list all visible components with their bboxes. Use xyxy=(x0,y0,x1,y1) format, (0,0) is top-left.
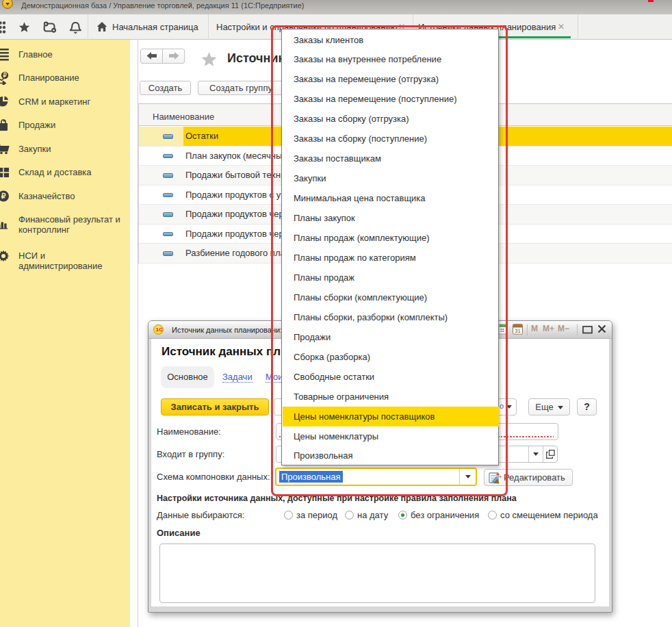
svg-text:31: 31 xyxy=(515,328,520,334)
svg-text:₽: ₽ xyxy=(3,72,6,79)
svg-text:₽: ₽ xyxy=(1,192,6,200)
